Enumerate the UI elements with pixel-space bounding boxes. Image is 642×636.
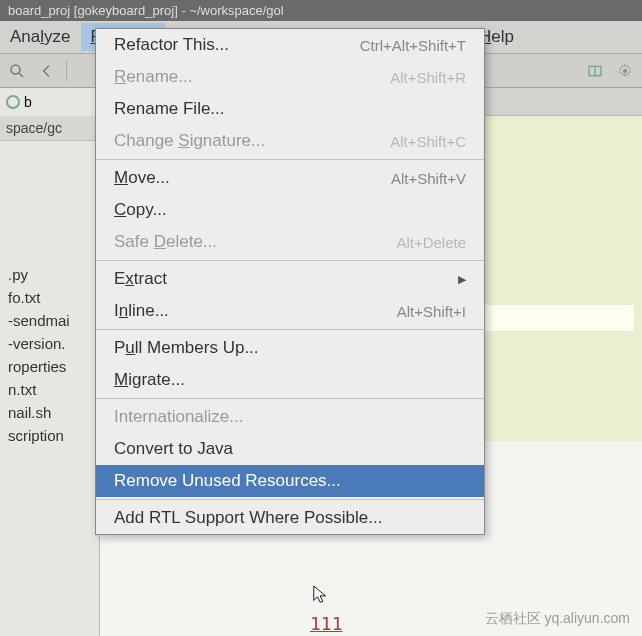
menu-item-label: Internationalize... <box>114 407 243 427</box>
menu-item-convert-to-java[interactable]: Convert to Java <box>96 433 484 465</box>
project-root-item[interactable]: b <box>4 92 95 112</box>
menu-item-label: Rename... <box>114 67 192 87</box>
menu-item-label: Remove Unused Resources... <box>114 471 341 491</box>
file-item[interactable]: -version. <box>8 332 91 355</box>
menu-item-inline[interactable]: Inline...Alt+Shift+I <box>96 295 484 327</box>
breadcrumb[interactable]: space/gc <box>0 116 99 141</box>
split-icon[interactable] <box>584 60 606 82</box>
menu-separator <box>96 499 484 500</box>
menu-item-label: Pull Members Up... <box>114 338 259 358</box>
svg-point-0 <box>11 65 20 74</box>
menu-item-label: Convert to Java <box>114 439 233 459</box>
file-list[interactable]: .pyfo.txt-sendmai-version.ropertiesn.txt… <box>4 255 95 455</box>
file-item[interactable]: scription <box>8 424 91 447</box>
menu-item-label: Add RTL Support Where Possible... <box>114 508 382 528</box>
menu-shortcut: Alt+Shift+C <box>390 133 466 150</box>
menu-item-label: Copy... <box>114 200 167 220</box>
menu-item-label: Rename File... <box>114 99 225 119</box>
file-item[interactable]: roperties <box>8 355 91 378</box>
file-item[interactable]: -sendmai <box>8 309 91 332</box>
menu-item-internationalize: Internationalize... <box>96 401 484 433</box>
svg-point-4 <box>623 69 627 73</box>
menu-item-rename-file[interactable]: Rename File... <box>96 93 484 125</box>
menu-separator <box>96 260 484 261</box>
menu-item-label: Extract <box>114 269 167 289</box>
file-item[interactable]: fo.txt <box>8 286 91 309</box>
module-icon <box>6 95 20 109</box>
search-icon[interactable] <box>6 60 28 82</box>
menu-shortcut: Alt+Shift+I <box>397 303 466 320</box>
menu-item-label: Change Signature... <box>114 131 265 151</box>
menu-item-pull-members-up[interactable]: Pull Members Up... <box>96 332 484 364</box>
submenu-arrow-icon: ▶ <box>458 273 466 286</box>
menu-item-add-rtl-support-where-possible[interactable]: Add RTL Support Where Possible... <box>96 502 484 534</box>
menu-item-label: Refactor This... <box>114 35 229 55</box>
file-item[interactable]: n.txt <box>8 378 91 401</box>
menu-shortcut: Ctrl+Alt+Shift+T <box>360 37 466 54</box>
menu-item-rename: Rename...Alt+Shift+R <box>96 61 484 93</box>
menu-shortcut: Alt+Shift+R <box>390 69 466 86</box>
menu-item-extract[interactable]: Extract▶ <box>96 263 484 295</box>
menu-item-safe-delete: Safe Delete...Alt+Delete <box>96 226 484 258</box>
window-titlebar: board_proj [gokeyboard_proj] - ~/workspa… <box>0 0 642 21</box>
menu-item-change-signature: Change Signature...Alt+Shift+C <box>96 125 484 157</box>
menu-item-remove-unused-resources[interactable]: Remove Unused Resources... <box>96 465 484 497</box>
back-arrow-icon[interactable] <box>36 60 58 82</box>
file-item[interactable]: .py <box>8 263 91 286</box>
project-panel[interactable]: b space/gc .pyfo.txt-sendmai-version.rop… <box>0 88 100 636</box>
menu-item-refactor-this[interactable]: Refactor This...Ctrl+Alt+Shift+T <box>96 29 484 61</box>
menu-item-copy[interactable]: Copy... <box>96 194 484 226</box>
menu-separator <box>96 159 484 160</box>
svg-line-1 <box>19 73 23 77</box>
menu-item-label: Move... <box>114 168 170 188</box>
gear-icon[interactable] <box>614 60 636 82</box>
menu-separator <box>96 398 484 399</box>
line-number-indicator: 111 <box>310 613 343 634</box>
menu-analyze[interactable]: Analyze <box>0 23 81 51</box>
menu-item-move[interactable]: Move...Alt+Shift+V <box>96 162 484 194</box>
refactor-menu-dropdown[interactable]: Refactor This...Ctrl+Alt+Shift+TRename..… <box>95 28 485 535</box>
menu-item-migrate[interactable]: Migrate... <box>96 364 484 396</box>
toolbar-separator <box>66 60 67 82</box>
menu-shortcut: Alt+Delete <box>396 234 466 251</box>
menu-shortcut: Alt+Shift+V <box>391 170 466 187</box>
menu-separator <box>96 329 484 330</box>
file-item[interactable]: nail.sh <box>8 401 91 424</box>
menu-item-label: Safe Delete... <box>114 232 217 252</box>
menu-item-label: Inline... <box>114 301 169 321</box>
project-root-label: b <box>24 94 32 110</box>
watermark: 云栖社区 yq.aliyun.com <box>485 610 630 628</box>
menu-item-label: Migrate... <box>114 370 185 390</box>
